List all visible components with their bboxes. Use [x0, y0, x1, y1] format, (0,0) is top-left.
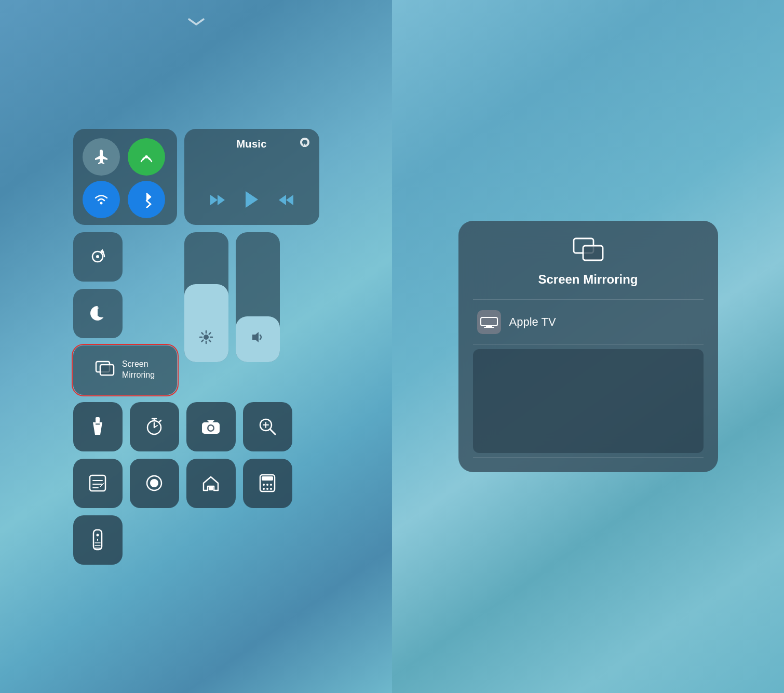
apple-tv-option[interactable]: Apple TV — [473, 302, 704, 342]
svg-rect-63 — [481, 317, 497, 326]
screen-mirror-icon — [95, 361, 115, 380]
svg-rect-26 — [96, 423, 100, 425]
camera-button[interactable] — [186, 402, 236, 451]
rewind-button[interactable] — [208, 193, 227, 211]
brightness-slider[interactable] — [184, 232, 228, 362]
svg-marker-6 — [218, 195, 225, 205]
cc-grid: Music — [58, 108, 335, 585]
svg-point-56 — [97, 534, 99, 537]
svg-point-52 — [263, 488, 265, 490]
screen-mirroring-popup: Screen Mirroring Apple TV — [458, 221, 718, 472]
magnifier-button[interactable] — [243, 402, 292, 451]
popup-title: Screen Mirroring — [538, 272, 638, 287]
svg-point-35 — [209, 426, 213, 431]
bluetooth-button[interactable] — [128, 181, 165, 218]
do-not-disturb-button[interactable] — [73, 289, 123, 338]
apple-tv-label: Apple TV — [509, 315, 556, 329]
svg-line-22 — [202, 340, 204, 341]
cc-row-2: Screen Mirroring — [73, 232, 319, 395]
svg-point-50 — [266, 484, 268, 486]
screen-mirroring-button[interactable]: Screen Mirroring — [73, 345, 177, 395]
play-button[interactable] — [244, 190, 260, 214]
remote-button[interactable] — [73, 515, 123, 565]
airplay-button[interactable] — [299, 136, 311, 151]
screen-record-button[interactable] — [130, 459, 179, 508]
cellular-button[interactable] — [128, 138, 165, 176]
svg-line-23 — [209, 332, 211, 334]
wifi-button[interactable] — [83, 181, 120, 218]
svg-rect-48 — [262, 476, 273, 481]
svg-marker-24 — [252, 332, 259, 342]
timer-button[interactable] — [130, 402, 179, 451]
music-tile[interactable]: Music — [184, 129, 319, 225]
music-controls — [208, 190, 295, 214]
fast-forward-button[interactable] — [277, 193, 295, 211]
svg-point-53 — [266, 488, 268, 490]
svg-line-21 — [209, 340, 211, 341]
connectivity-tile[interactable] — [73, 129, 177, 225]
svg-point-12 — [96, 255, 99, 258]
svg-point-1 — [100, 202, 102, 204]
volume-icon — [250, 330, 265, 348]
rotation-lock-button[interactable] — [73, 232, 123, 282]
airplane-mode-button[interactable] — [83, 138, 120, 176]
popup-empty-space — [473, 349, 704, 453]
popup-divider-bottom — [473, 457, 704, 458]
screen-mirroring-label: Screen Mirroring — [122, 359, 155, 381]
popup-header: Screen Mirroring — [473, 237, 704, 287]
flashlight-button[interactable] — [73, 402, 123, 451]
svg-point-49 — [263, 484, 265, 486]
svg-line-32 — [159, 420, 161, 422]
svg-rect-62 — [583, 246, 603, 260]
svg-line-20 — [202, 332, 204, 334]
utility-row-2 — [73, 459, 319, 508]
svg-line-37 — [270, 429, 275, 434]
svg-marker-9 — [286, 195, 293, 205]
svg-marker-5 — [210, 195, 218, 205]
svg-rect-40 — [90, 475, 105, 491]
screen-mirroring-panel: Screen Mirroring Apple TV — [392, 0, 784, 693]
svg-marker-7 — [246, 191, 258, 208]
popup-divider-mid — [473, 344, 704, 345]
music-title: Music — [236, 138, 266, 150]
chevron-icon[interactable] — [187, 15, 206, 29]
home-button[interactable] — [186, 459, 236, 508]
svg-marker-8 — [279, 195, 286, 205]
svg-point-45 — [150, 479, 158, 487]
svg-rect-14 — [100, 365, 114, 375]
volume-slider[interactable] — [236, 232, 280, 362]
notes-button[interactable] — [73, 459, 123, 508]
svg-rect-25 — [96, 417, 100, 422]
svg-point-51 — [270, 484, 272, 486]
svg-point-15 — [204, 335, 209, 340]
apple-tv-icon — [477, 310, 501, 334]
utility-row-3 — [73, 515, 319, 565]
utility-row-1 — [73, 402, 319, 451]
cc-row-1: Music — [73, 129, 319, 225]
svg-rect-65 — [484, 327, 494, 328]
brightness-icon — [199, 330, 213, 348]
popup-divider-top — [473, 299, 704, 300]
popup-mirror-icon — [573, 237, 604, 266]
control-center-panel: Music — [0, 0, 392, 693]
svg-rect-46 — [209, 486, 213, 490]
calculator-button[interactable] — [243, 459, 292, 508]
svg-point-54 — [270, 488, 272, 490]
